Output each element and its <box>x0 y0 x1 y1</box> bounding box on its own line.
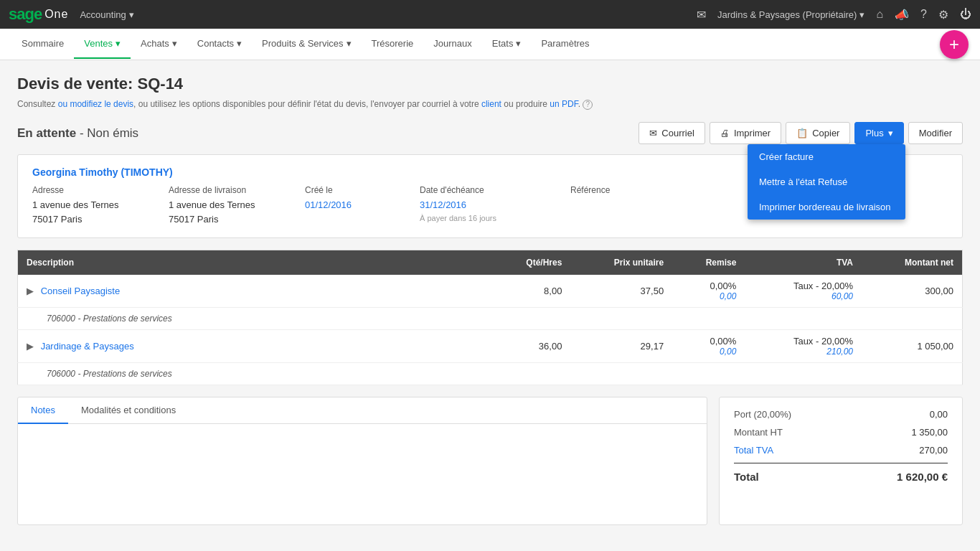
nav-item-contacts[interactable]: Contacts ▾ <box>187 29 252 59</box>
achats-dropdown-icon: ▾ <box>172 38 177 49</box>
sage-logo: sage One <box>9 5 68 24</box>
top-nav-right: ✉ Jardins & Paysages (Propriétaire) ▾ ⌂ … <box>697 8 971 22</box>
sage-one-text: One <box>44 8 68 21</box>
courriel-icon: ✉ <box>649 128 657 138</box>
copier-icon: 📋 <box>796 128 808 138</box>
dropdown-item-mettre-refuse[interactable]: Mettre à l'état Refusé <box>748 169 905 194</box>
table-row: ▶ Jardinage & Paysages 36,00 29,17 0,00%… <box>18 330 963 363</box>
row2-prix: 29,17 <box>570 330 672 363</box>
col-montant: Montant net <box>862 250 962 276</box>
subtitle-link-pdf[interactable]: un PDF <box>550 99 578 109</box>
due-date-col: Date d'échéance 31/12/2016 À payer dans … <box>420 185 563 226</box>
due-date-value: 31/12/2016 <box>420 198 563 212</box>
plus-button[interactable]: Plus ▾ <box>854 122 903 144</box>
contacts-dropdown-icon: ▾ <box>237 38 242 49</box>
tva-label: Total TVA <box>734 445 773 456</box>
row1-montant: 300,00 <box>862 275 962 308</box>
created-label: Créé le <box>305 185 413 195</box>
company-name: Jardins & Paysages (Propriétaire) <box>717 9 857 20</box>
action-buttons: ✉ Courriel 🖨 Imprimer 📋 Copier Plus ▾ Cr… <box>639 122 963 144</box>
accounting-label: Accounting <box>80 9 126 20</box>
row1-remise: 0,00% 0,00 <box>672 275 745 308</box>
copier-button[interactable]: 📋 Copier <box>786 122 850 144</box>
subtitle-link-modifier[interactable]: ou modifiez le devis <box>58 99 133 109</box>
signout-icon-button[interactable]: ⏻ <box>960 8 971 21</box>
address-col: Adresse 1 avenue des Ternes 75017 Paris <box>32 185 161 226</box>
dropdown-item-creer-facture[interactable]: Créer facture <box>748 144 905 169</box>
row2-remise: 0,00% 0,00 <box>672 330 745 363</box>
produits-dropdown-icon: ▾ <box>347 38 352 49</box>
nav-item-tresorerie[interactable]: Trésorerie <box>362 29 424 59</box>
row2-tva: Taux - 20,00% 210,00 <box>745 330 862 363</box>
row1-sub-description: 706000 - Prestations de services <box>18 308 963 330</box>
plus-dropdown-icon: ▾ <box>888 128 893 138</box>
nav-item-produits[interactable]: Produits & Services ▾ <box>252 29 361 59</box>
due-date-note: À payer dans 16 jours <box>420 214 563 222</box>
nav-item-journaux[interactable]: Journaux <box>423 29 481 59</box>
row2-item-link[interactable]: Jardinage & Paysages <box>41 341 134 352</box>
total-amount: 1 620,00 € <box>897 471 948 483</box>
help-icon-button[interactable]: ? <box>920 8 927 21</box>
company-dropdown-icon: ▾ <box>859 9 864 20</box>
courriel-button[interactable]: ✉ Courriel <box>639 122 705 144</box>
status-bar: En attente - Non émis ✉ Courriel 🖨 Impri… <box>17 122 963 144</box>
port-label: Port (20,00%) <box>734 409 791 420</box>
ht-amount: 1 350,00 <box>911 427 948 438</box>
nav-item-sommaire[interactable]: Sommaire <box>11 29 74 59</box>
tab-notes[interactable]: Notes <box>18 397 68 424</box>
row1-qte: 8,00 <box>490 275 570 308</box>
delivery-label: Adresse de livraison <box>169 185 298 195</box>
expand-icon-row2[interactable]: ▶ <box>27 341 34 352</box>
col-qte: Qté/Hres <box>490 250 570 276</box>
tab-modalites[interactable]: Modalités et conditions <box>68 397 189 424</box>
imprimer-icon: 🖨 <box>720 128 730 138</box>
nav-item-parametres[interactable]: Paramètres <box>531 29 599 59</box>
top-navbar: sage One Accounting ▾ ✉ Jardins & Paysag… <box>0 0 980 29</box>
delivery-line1: 1 avenue des Ternes <box>169 198 298 212</box>
help-circle-icon[interactable]: ? <box>583 100 593 110</box>
dropdown-item-imprimer-bordereau[interactable]: Imprimer bordereau de livraison <box>748 194 905 220</box>
nav-item-ventes[interactable]: Ventes ▾ <box>74 29 131 59</box>
address-line2: 75017 Paris <box>32 212 161 227</box>
col-prix: Prix unitaire <box>570 250 672 276</box>
company-selector[interactable]: Jardins & Paysages (Propriétaire) ▾ <box>717 9 864 20</box>
status-label: En attente <box>17 126 76 140</box>
col-tva: TVA <box>745 250 862 276</box>
created-value: 01/12/2016 <box>305 198 413 212</box>
address-line1: 1 avenue des Ternes <box>32 198 161 212</box>
summary-divider <box>734 463 948 463</box>
address-label: Adresse <box>32 185 161 195</box>
plus-dropdown-menu: Créer facture Mettre à l'état Refusé Imp… <box>748 144 905 220</box>
row1-tva: Taux - 20,00% 60,00 <box>745 275 862 308</box>
summary-row-ht: Montant HT 1 350,00 <box>734 427 948 438</box>
row2-qte: 36,00 <box>490 330 570 363</box>
delivery-address-col: Adresse de livraison 1 avenue des Ternes… <box>169 185 298 226</box>
etats-dropdown-icon: ▾ <box>516 38 521 49</box>
tva-amount: 270,00 <box>919 445 948 456</box>
row1-description: ▶ Conseil Paysagiste <box>18 275 491 308</box>
summary-row-port: Port (20,00%) 0,00 <box>734 409 948 420</box>
bell-icon-button[interactable]: 📣 <box>895 8 909 22</box>
fab-icon: + <box>949 34 959 55</box>
mail-icon-button[interactable]: ✉ <box>697 8 706 22</box>
row1-prix: 37,50 <box>570 275 672 308</box>
col-remise: Remise <box>672 250 745 276</box>
imprimer-button[interactable]: 🖨 Imprimer <box>710 122 781 144</box>
home-icon-button[interactable]: ⌂ <box>876 8 883 21</box>
row1-item-link[interactable]: Conseil Paysagiste <box>41 286 121 296</box>
modifier-button[interactable]: Modifier <box>908 122 963 144</box>
status-text: En attente - Non émis <box>17 126 138 141</box>
nav-item-achats[interactable]: Achats ▾ <box>131 29 187 59</box>
created-col: Créé le 01/12/2016 <box>305 185 413 226</box>
page-content: Devis de vente: SQ-14 Consultez ou modif… <box>0 60 980 540</box>
accounting-button[interactable]: Accounting ▾ <box>80 9 133 20</box>
tab-content <box>18 424 707 524</box>
summary-row-tva: Total TVA 270,00 <box>734 445 948 456</box>
total-label: Total <box>734 471 759 483</box>
subtitle-link-client[interactable]: client <box>481 99 501 109</box>
nav-item-etats[interactable]: Etats ▾ <box>482 29 532 59</box>
expand-icon-row1[interactable]: ▶ <box>27 286 34 296</box>
fab-add-button[interactable]: + <box>940 30 969 59</box>
tabs-panel: Notes Modalités et conditions <box>17 397 707 525</box>
settings-icon-button[interactable]: ⚙ <box>938 8 948 22</box>
